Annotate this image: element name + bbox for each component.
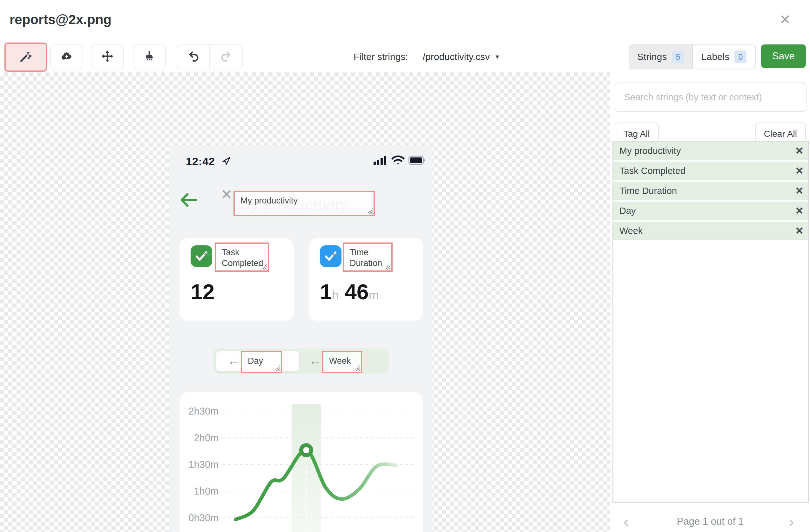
productivity-line-chart: 0h0m0h30m1h0m1h30m2h0m2h30m8AM9AM10AM11A… (179, 392, 423, 532)
tag-text: Task Completed (222, 247, 268, 268)
remove-string-icon[interactable]: ✕ (795, 166, 804, 176)
filter-file-value: /productivity.csv (423, 51, 490, 62)
hours-value: 1 (320, 280, 332, 304)
string-label: Time Duration (619, 186, 677, 196)
redo-icon (220, 50, 232, 64)
anchor-arrow-icon: ← (227, 354, 240, 367)
page-indicator: Page 1 out of 1 (610, 516, 810, 527)
anchor-arrow-icon: ← (309, 354, 322, 367)
strings-labels-tabs: Strings 5 Labels 0 (629, 45, 756, 69)
brush-icon (143, 50, 156, 64)
svg-text:1h30m: 1h30m (188, 459, 218, 470)
remove-string-icon[interactable]: ✕ (795, 206, 804, 216)
pagination: ‹ Page 1 out of 1 › (610, 512, 810, 531)
close-icon[interactable]: ✕ (779, 13, 791, 27)
string-list-item[interactable]: Time Duration ✕ (613, 182, 808, 200)
task-completed-value: 12 (191, 279, 215, 304)
strings-tab-label: Strings (637, 51, 667, 62)
file-title: reports@2x.png (10, 12, 112, 27)
hours-unit: h (332, 288, 339, 302)
resize-handle-icon[interactable] (354, 365, 360, 371)
next-page-icon[interactable]: › (789, 516, 794, 528)
productivity-chart-card: 0h0m0h30m1h0m1h30m2h0m2h30m8AM9AM10AM11A… (179, 392, 423, 532)
resize-handle-icon[interactable] (274, 365, 280, 371)
tag-text: Day (248, 355, 263, 366)
strings-sidebar: Tag All Clear All My productivity ✕ Task… (610, 72, 810, 532)
resize-handle-icon[interactable] (367, 208, 373, 214)
status-time: 12:42 (186, 155, 215, 168)
string-label: My productivity (619, 146, 681, 156)
tag-box-task-completed[interactable]: ← Task Completed (215, 243, 269, 272)
move-button[interactable] (91, 45, 124, 69)
filter-strings-control: Filter strings: /productivity.csv ▾ (354, 41, 499, 72)
dismiss-x-icon[interactable]: ✕ (221, 188, 232, 202)
save-button[interactable]: Save (761, 45, 806, 68)
minutes-value: 46 (345, 280, 369, 304)
undo-button[interactable] (177, 45, 210, 69)
window-header: reports@2x.png ✕ (0, 0, 810, 41)
string-list-item[interactable]: Task Completed ✕ (613, 162, 808, 180)
time-duration-value: 1h 46m (320, 279, 379, 304)
anchor-arrow-icon: ← (329, 246, 342, 259)
remove-string-icon[interactable]: ✕ (795, 146, 804, 156)
tag-box-day[interactable]: ← Day (241, 351, 282, 373)
svg-text:2h30m: 2h30m (188, 406, 218, 417)
prev-page-icon[interactable]: ‹ (623, 516, 628, 528)
labels-count-badge: 0 (734, 50, 746, 63)
string-list: My productivity ✕ Task Completed ✕ Time … (612, 141, 809, 503)
tag-box-time-duration[interactable]: ← Time Duration (343, 243, 393, 272)
tag-box-my-productivity[interactable]: My productivity (233, 191, 375, 216)
battery-icon (408, 155, 426, 166)
filter-file-dropdown[interactable]: /productivity.csv ▾ (423, 51, 499, 62)
move-arrows-icon (101, 50, 114, 64)
string-list-item[interactable]: Day ✕ (613, 202, 808, 220)
minutes-unit: m (369, 288, 379, 302)
brush-button[interactable] (133, 45, 166, 69)
redo-button[interactable] (210, 45, 242, 69)
tag-text: Week (329, 355, 351, 366)
string-label: Day (619, 206, 636, 216)
tag-box-week[interactable]: ← Week (322, 351, 362, 373)
search-input[interactable] (615, 83, 807, 112)
toolbar: Filter strings: /productivity.csv ▾ Stri… (0, 41, 810, 72)
transparent-canvas: 12:42 (0, 72, 610, 532)
labels-tab-label: Labels (701, 51, 729, 62)
remove-string-icon[interactable]: ✕ (795, 226, 804, 236)
string-label: Week (619, 226, 643, 236)
undo-icon (187, 50, 200, 64)
string-tagging-app: reports@2x.png ✕ (0, 0, 810, 532)
strings-count-badge: 5 (672, 50, 684, 63)
signal-icon (374, 155, 388, 166)
location-arrow-icon (222, 156, 231, 167)
auto-tag-button[interactable] (4, 43, 47, 72)
string-list-item[interactable]: My productivity ✕ (613, 142, 808, 160)
svg-text:0h30m: 0h30m (188, 512, 218, 523)
back-arrow-icon[interactable] (180, 193, 197, 208)
svg-text:2h0m: 2h0m (194, 432, 218, 444)
remove-string-icon[interactable]: ✕ (795, 186, 804, 196)
wifi-icon (391, 155, 405, 166)
cloud-upload-icon (60, 50, 73, 64)
tag-text: Time Duration (350, 247, 391, 268)
tab-strings[interactable]: Strings 5 (629, 45, 692, 69)
tab-labels[interactable]: Labels 0 (692, 45, 756, 69)
string-label: Task Completed (619, 166, 685, 176)
status-icons (374, 155, 426, 166)
string-list-item[interactable]: Week ✕ (613, 221, 808, 240)
anchor-arrow-icon: ← (201, 246, 214, 259)
filter-label: Filter strings: (354, 51, 408, 62)
upload-button[interactable] (50, 45, 83, 69)
svg-text:1h0m: 1h0m (194, 486, 218, 497)
tag-text: My productivity (241, 195, 298, 206)
chevron-down-icon: ▾ (496, 53, 499, 61)
magic-wand-icon (19, 50, 32, 64)
undo-redo-group (177, 45, 243, 69)
